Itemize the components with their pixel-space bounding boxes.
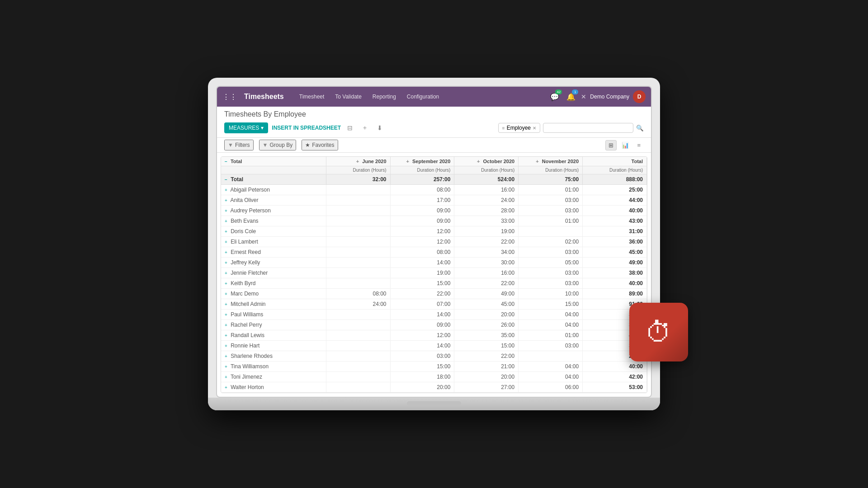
employee-name[interactable]: + Ernest Reed [221,247,326,258]
expand-icon[interactable]: + [225,260,227,265]
expand-icon[interactable]: + [225,219,227,224]
expand-icon[interactable]: + [225,385,227,390]
table-row: + Toni Jimenez 18:00 20:00 04:00 42:00 [221,372,647,382]
employee-name[interactable]: + Mitchell Admin [221,299,326,310]
emp-oct: 27:00 [454,382,519,393]
emp-total: 40:00 [583,361,647,372]
emp-sept: 12:00 [390,330,454,341]
emp-nov: 03:00 [519,206,583,216]
june-header[interactable]: + June 2020 [326,157,390,166]
expand-icon[interactable]: + [225,333,227,338]
emp-total: 40:00 [583,278,647,289]
employee-name[interactable]: + Ronnie Hart [221,341,326,351]
insert-spreadsheet-button[interactable]: INSERT IN SPREADSHEET [272,125,341,131]
employee-name[interactable]: + Abigail Peterson [221,185,326,195]
employee-name[interactable]: + Jennie Fletcher [221,268,326,278]
employee-name[interactable]: + Sharlene Rhodes [221,351,326,361]
apps-icon[interactable]: ⋮⋮ [222,93,237,101]
expand-icon[interactable]: + [225,323,227,328]
emp-total: 42:00 [583,372,647,382]
employee-name[interactable]: + Paul Williams [221,310,326,320]
emp-june [326,278,390,289]
employee-name[interactable]: + Marc Demo [221,289,326,299]
sept-header[interactable]: + September 2020 [390,157,454,166]
expand-icon[interactable]: + [225,198,227,203]
filterbar: ▼ Filters ▼ Group By ★ Favorites ⊞ 📊 ≡ [217,138,651,153]
employee-name[interactable]: + Eli Lambert [221,237,326,247]
employee-name[interactable]: + Anita Oliver [221,195,326,206]
favorites-button[interactable]: ★ Favorites [302,140,338,150]
oct-header[interactable]: + October 2020 [454,157,519,166]
emp-sept: 09:00 [390,216,454,226]
expand-icon[interactable]: + [225,302,227,307]
employee-name[interactable]: + Beth Evans [221,216,326,226]
settings-icon[interactable]: ⊟ [344,122,355,133]
grid-view-button[interactable]: ⊞ [605,140,617,150]
nov-duration-label: Duration (Hours) [519,166,583,174]
expand-icon[interactable]: + [225,312,227,317]
nav-configuration[interactable]: Configuration [402,92,443,102]
measures-button[interactable]: MEASURES ▾ [224,122,268,133]
total-collapse-icon[interactable]: − [225,159,227,164]
download-icon[interactable]: ⬇ [374,122,385,133]
emp-june [326,185,390,195]
list-view-button[interactable]: ≡ [634,140,644,150]
chart-view-button[interactable]: 📊 [618,140,632,150]
employee-name[interactable]: + Randall Lewis [221,330,326,341]
star-icon: ★ [305,142,310,148]
favorites-label: Favorites [312,142,334,148]
nov-header[interactable]: + November 2020 [519,157,583,166]
employee-name[interactable]: + Doris Cole [221,226,326,237]
avatar[interactable]: D [633,90,646,103]
emp-oct: 22:00 [454,237,519,247]
employee-name[interactable]: + Toni Jimenez [221,372,326,382]
emp-total: 49:00 [583,258,647,268]
total-row-collapse[interactable]: − [225,177,227,182]
expand-icon[interactable]: + [225,343,227,348]
employee-name[interactable]: + Jeffrey Kelly [221,258,326,268]
nav-timesheet[interactable]: Timesheet [295,92,329,102]
employee-name[interactable]: + Rachel Perry [221,320,326,330]
timer-widget[interactable]: ⏱ [629,303,688,361]
filter-tag-remove[interactable]: ✕ [533,126,536,131]
close-button[interactable]: ✕ [581,93,586,100]
notification-icon-2[interactable]: 🔔1 [565,90,577,103]
nav-to-validate[interactable]: To Validate [330,92,366,102]
expand-icon[interactable]: + [225,364,227,369]
total-header-cell: − Total [221,157,326,166]
add-icon[interactable]: ＋ [359,122,371,134]
notification-icon-1[interactable]: 💬42 [548,90,561,103]
expand-icon[interactable]: + [225,239,227,244]
search-input[interactable] [543,123,633,133]
expand-icon[interactable]: + [225,229,227,234]
expand-icon[interactable]: + [225,188,227,192]
emp-june [326,216,390,226]
emp-june [326,341,390,351]
emp-sept: 14:00 [390,341,454,351]
expand-icon[interactable]: + [225,354,227,359]
search-button[interactable]: 🔍 [636,125,644,131]
expand-icon[interactable]: + [225,291,227,296]
emp-sept: 12:00 [390,237,454,247]
total-sept: 257:00 [390,174,454,185]
total-june: 32:00 [326,174,390,185]
expand-icon[interactable]: + [225,208,227,213]
table-row: + Marc Demo 08:00 22:00 49:00 10:00 89:0… [221,289,647,299]
expand-icon[interactable]: + [225,375,227,380]
expand-icon[interactable]: + [225,281,227,286]
employee-name[interactable]: + Walter Horton [221,382,326,393]
emp-oct: 19:00 [454,226,519,237]
table-row: + Eli Lambert 12:00 22:00 02:00 36:00 [221,237,647,247]
emp-june [326,258,390,268]
nav-reporting[interactable]: Reporting [368,92,401,102]
expand-icon[interactable]: + [225,271,227,276]
employee-name[interactable]: + Tina Williamson [221,361,326,372]
employee-name[interactable]: + Keith Byrd [221,278,326,289]
filters-button[interactable]: ▼ Filters [224,140,254,150]
employee-name[interactable]: + Audrey Peterson [221,206,326,216]
group-by-button[interactable]: ▼ Group By [259,140,297,150]
expand-icon[interactable]: + [225,250,227,255]
emp-june [326,361,390,372]
timesheet-table-container: − Total + June 2020 + September 2020 [221,156,647,393]
emp-sept: 15:00 [390,278,454,289]
